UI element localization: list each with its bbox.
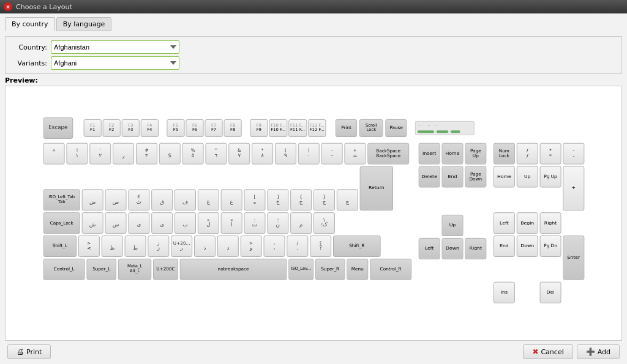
key-dot[interactable]: /. <box>287 236 308 257</box>
key-h[interactable]: »ل <box>197 212 219 234</box>
f12-key[interactable]: F12 F...F12 F... <box>307 119 326 137</box>
key-w[interactable]: ‌ص <box>105 189 126 210</box>
key-backtick[interactable]: ÷‌ <box>43 143 64 165</box>
scroll-lock-key[interactable]: ScrollLock <box>359 119 383 137</box>
tab-key[interactable]: ISO_Left_Tab Tab <box>43 189 80 210</box>
iso-lev-key[interactable]: ISO_Lev... <box>288 259 314 280</box>
page-down-key[interactable]: PageDown <box>465 166 486 188</box>
key-0[interactable]: (٩ <box>274 143 296 165</box>
key-l[interactable]: ؛ن <box>267 212 288 234</box>
key-c[interactable]: زز <box>148 236 169 257</box>
country-select[interactable]: Afghanistan <box>51 40 179 54</box>
shift-l-key[interactable]: Shift_L <box>43 236 76 257</box>
print-button[interactable]: 🖨 Print <box>7 344 51 359</box>
escape-key[interactable]: Escape <box>43 117 73 139</box>
key-7[interactable]: ^٦ <box>205 143 227 165</box>
f9-key[interactable]: F9F9 <box>250 119 268 137</box>
arrow-right-key[interactable]: Right <box>465 238 486 259</box>
key-s[interactable]: ‌س <box>105 212 126 234</box>
close-button[interactable]: × <box>4 2 12 11</box>
key-f[interactable]: ‌ی <box>151 212 173 234</box>
f1-key[interactable]: F1F1 <box>83 119 101 137</box>
key-6[interactable]: %٥ <box>182 143 203 165</box>
num-left[interactable]: Left <box>493 212 514 234</box>
key-b[interactable]: ‌ذ <box>194 236 216 257</box>
f10-key[interactable]: F10 F...F10 F... <box>269 119 287 137</box>
num-pgup[interactable]: Pg Up <box>539 166 561 188</box>
key-8[interactable]: &٧ <box>228 143 250 165</box>
num-down[interactable]: Down <box>516 236 538 257</box>
key-p[interactable]: {ح <box>290 189 312 210</box>
f4-key[interactable]: F4F4 <box>140 119 158 137</box>
num-right[interactable]: Right <box>539 212 561 234</box>
key-m[interactable]: >و <box>240 236 261 257</box>
num-plus[interactable]: + <box>563 166 584 211</box>
key-plus[interactable]: += <box>344 143 366 165</box>
caps-lock-key[interactable]: Caps_Lock <box>43 212 80 234</box>
key-5[interactable]: ‌$ <box>159 143 180 165</box>
arrow-up-key[interactable]: Up <box>441 215 463 236</box>
menu-key[interactable]: Menu <box>347 259 368 280</box>
num-star[interactable]: ** <box>539 143 561 165</box>
key-t[interactable]: ‌ف <box>175 189 196 210</box>
insert-key[interactable]: Insert <box>418 143 440 165</box>
key-x[interactable]: ‌ط <box>124 236 146 257</box>
variants-select[interactable]: Afghani <box>51 56 179 70</box>
key-quote[interactable]: \ک؛ <box>314 212 335 234</box>
super-r-key[interactable]: Super_R <box>315 259 345 280</box>
f3-key[interactable]: F3F3 <box>121 119 139 137</box>
num-home[interactable]: Home <box>493 166 514 188</box>
f11-key[interactable]: F11 F...F11 F... <box>288 119 307 137</box>
key-q[interactable]: ‌ض <box>81 189 103 210</box>
num-begin[interactable]: Begin <box>516 212 538 234</box>
key-a[interactable]: ‌ش <box>81 212 103 234</box>
key-3[interactable]: ‌ر <box>113 143 134 165</box>
u200c-key[interactable]: U+200C <box>153 259 178 280</box>
alt-l-key[interactable]: Meta_LAlt_L <box>118 259 151 280</box>
end-key[interactable]: End <box>441 166 463 188</box>
key-bracket-l[interactable]: }ج <box>314 189 335 210</box>
tab-by-language[interactable]: By language <box>56 17 112 31</box>
super-l-key[interactable]: Super_L <box>86 259 116 280</box>
add-button[interactable]: ➕ Add <box>577 344 620 359</box>
home-key[interactable]: Home <box>441 143 463 165</box>
enter-key[interactable]: Return <box>359 166 392 211</box>
key-i[interactable]: [ه <box>244 189 265 210</box>
key-o[interactable]: ]خ <box>267 189 288 210</box>
key-d[interactable]: ‌ی <box>128 212 149 234</box>
key-angle[interactable]: >< <box>78 236 99 257</box>
key-y[interactable]: ‌غ <box>197 189 219 210</box>
f6-key[interactable]: F6F6 <box>186 119 203 137</box>
key-minus[interactable]: )٠ <box>298 143 319 165</box>
key-n[interactable]: ‌د <box>217 236 238 257</box>
pause-key[interactable]: Pause <box>385 119 407 137</box>
key-v[interactable]: U+20...ر <box>171 236 192 257</box>
f2-key[interactable]: F2F2 <box>102 119 120 137</box>
key-e[interactable]: €ث <box>128 189 149 210</box>
key-9[interactable]: *٨ <box>252 143 273 165</box>
key-bracket-r[interactable]: ‌چ <box>336 189 358 210</box>
ctrl-r-key[interactable]: Control_R <box>370 259 411 280</box>
num-pgdn[interactable]: Pg Dn <box>539 236 561 257</box>
key-2[interactable]: '٢ <box>89 143 111 165</box>
space-key[interactable]: nobreakspace <box>179 259 287 280</box>
num-end[interactable]: End <box>493 236 514 257</box>
f7-key[interactable]: F7F7 <box>205 119 222 137</box>
key-k[interactable]: :ت <box>244 212 265 234</box>
key-j[interactable]: «ا <box>220 212 242 234</box>
key-slash[interactable]: ؟? <box>310 236 331 257</box>
key-r[interactable]: ‌ق <box>151 189 173 210</box>
ctrl-l-key[interactable]: Control_L <box>43 259 84 280</box>
num-slash[interactable]: // <box>516 143 538 165</box>
tab-by-country[interactable]: By country <box>5 17 55 31</box>
key-g[interactable]: ‌ب <box>175 212 196 234</box>
arrow-down-key[interactable]: Down <box>441 238 463 259</box>
key-comma[interactable]: ،، <box>263 236 285 257</box>
cancel-button[interactable]: ✖ Cancel <box>523 344 573 359</box>
key-z[interactable]: ‌ظ <box>101 236 122 257</box>
f8-key[interactable]: F8F8 <box>223 119 241 137</box>
delete-key[interactable]: Delete <box>418 166 440 188</box>
f5-key[interactable]: F5F5 <box>167 119 184 137</box>
key-semi[interactable]: ‌م <box>290 212 312 234</box>
num-up[interactable]: Up <box>516 166 538 188</box>
